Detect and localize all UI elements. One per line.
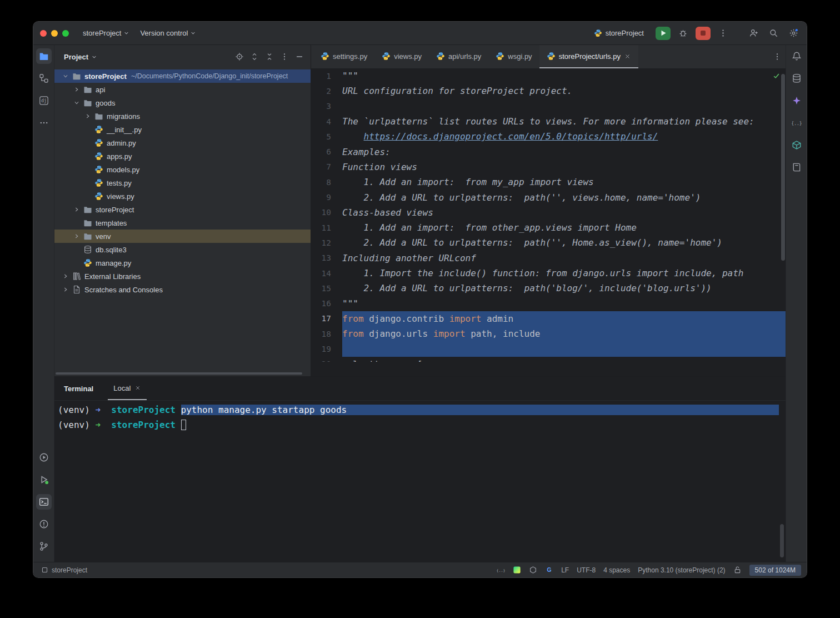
chevron-right-icon[interactable] xyxy=(71,85,82,94)
debug-button[interactable] xyxy=(676,27,691,40)
code-line-1[interactable]: 1""" xyxy=(311,68,787,83)
tree-item-tests-py[interactable]: tests.py xyxy=(54,176,311,190)
chevron-down-icon[interactable] xyxy=(91,53,98,61)
chevron-right-icon[interactable] xyxy=(60,285,71,294)
code-line-19[interactable]: 19 xyxy=(311,341,787,356)
code-line-8[interactable]: 8 1. Add an import: from my_app import v… xyxy=(311,175,787,190)
minimize-window-button[interactable] xyxy=(51,30,58,37)
code-line-14[interactable]: 14 1. Import the include() function: fro… xyxy=(311,266,787,281)
code-line-6[interactable]: 6Examples: xyxy=(311,144,787,159)
code-line-7[interactable]: 7Function views xyxy=(311,160,787,175)
tab-options-button[interactable] xyxy=(773,52,782,61)
chevron-down-icon[interactable] xyxy=(60,72,71,81)
tool-window-button-ai-assistant[interactable] xyxy=(789,93,804,108)
memory-indicator[interactable]: 502 of 1024M xyxy=(749,565,801,576)
tool-window-button-structure[interactable] xyxy=(36,71,52,86)
status-project-widget[interactable]: storeProject xyxy=(41,566,87,574)
code-line-13[interactable]: 13Including another URLconf xyxy=(311,251,787,266)
write-access-icon[interactable] xyxy=(733,566,742,574)
terminal-scrollbar[interactable] xyxy=(780,524,784,557)
project-panel-title[interactable]: Project xyxy=(64,53,88,61)
tree-item-storeproject[interactable]: storeProject~/Documents/PythonCode/Djang… xyxy=(54,69,311,83)
tree-item-init-py[interactable]: __init__.py xyxy=(54,123,311,136)
tree-item-views-py[interactable]: views.py xyxy=(54,190,311,203)
tool-window-button-django-structure[interactable]: dj xyxy=(36,93,52,108)
code-with-me-button[interactable] xyxy=(746,27,761,40)
tool-window-button-notifications[interactable] xyxy=(789,48,804,64)
tree-item-storeproject[interactable]: storeProject xyxy=(54,203,311,216)
tool-window-button-project[interactable] xyxy=(36,48,52,64)
file-encoding[interactable]: UTF-8 xyxy=(577,566,596,574)
chevron-right-icon[interactable] xyxy=(71,232,82,241)
code-line-2[interactable]: 2URL configuration for storeProject proj… xyxy=(311,83,787,98)
tree-item-venv[interactable]: venv xyxy=(54,230,311,243)
tree-item-scratches-and-consoles[interactable]: Scratches and Consoles xyxy=(54,283,311,296)
tool-window-button-database[interactable] xyxy=(789,71,804,86)
terminal-line[interactable]: (venv) ➜ storeProject python manage.py s… xyxy=(58,402,779,417)
hide-button[interactable] xyxy=(295,52,304,61)
code-editor[interactable]: 1"""2URL configuration for storeProject … xyxy=(311,68,787,362)
chevron-right-icon[interactable] xyxy=(71,205,82,214)
more-actions-button[interactable] xyxy=(716,27,731,40)
code-line-4[interactable]: 4The `urlpatterns` list routes URLs to v… xyxy=(311,114,787,129)
select-opened-file-button[interactable] xyxy=(235,52,244,61)
editor-scrollbar[interactable] xyxy=(781,74,785,261)
close-icon[interactable] xyxy=(624,53,631,60)
tree-item-api[interactable]: api xyxy=(54,83,311,96)
code-line-10[interactable]: 10Class-based views xyxy=(311,205,787,220)
tool-window-button-version-control[interactable] xyxy=(36,539,52,554)
tree-item-admin-py[interactable]: admin.py xyxy=(54,136,311,149)
close-window-button[interactable] xyxy=(40,30,47,37)
code-line-11[interactable]: 11 1. Add an import: from other_app.view… xyxy=(311,220,787,235)
collapse-all-button[interactable] xyxy=(265,52,274,61)
tool-window-button-services[interactable] xyxy=(36,472,52,487)
project-menu[interactable]: storeProject xyxy=(78,27,135,39)
tree-item-db-sqlite3[interactable]: db.sqlite3 xyxy=(54,243,311,256)
terminal-tab-local[interactable]: Local xyxy=(108,377,147,400)
code-line-12[interactable]: 12 2. Add a URL to urlpatterns: path('',… xyxy=(311,235,787,250)
chevron-right-icon[interactable] xyxy=(82,112,93,121)
python-interpreter[interactable]: Python 3.10 (storeProject) (2) xyxy=(638,566,725,574)
editor-tab-views-py[interactable]: views.py xyxy=(374,45,429,68)
editor-tab-storeproject-urls-py[interactable]: storeProject/urls.py xyxy=(539,45,638,68)
tree-item-apps-py[interactable]: apps.py xyxy=(54,149,311,163)
tool-window-button-run[interactable] xyxy=(36,450,52,465)
inspections-passed-icon[interactable] xyxy=(772,72,781,80)
editor-tab-api-urls-py[interactable]: api/urls.py xyxy=(429,45,488,68)
terminal-line[interactable]: (venv) ➜ storeProject xyxy=(58,417,779,432)
indent-style[interactable]: 4 spaces xyxy=(603,566,630,574)
editor-tab-settings-py[interactable]: settings.py xyxy=(313,45,374,68)
stop-button[interactable] xyxy=(696,27,711,40)
terminal-output[interactable]: (venv) ➜ storeProject python manage.py s… xyxy=(54,401,787,562)
code-line-16[interactable]: 16""" xyxy=(311,296,787,311)
tool-window-button-endpoints[interactable]: {..} xyxy=(789,115,804,131)
expand-all-button[interactable] xyxy=(250,52,259,61)
docstring-link[interactable]: https://docs.djangoproject.com/en/5.0/to… xyxy=(364,131,658,142)
tree-item-migrations[interactable]: migrations xyxy=(54,109,311,123)
code-line-20[interactable]: 20urlpatterns = [ xyxy=(311,357,787,362)
run-configuration-selector[interactable]: storeProject xyxy=(591,27,651,39)
editor-tab-wsgi-py[interactable]: wsgi.py xyxy=(488,45,539,68)
code-line-18[interactable]: 18from django.urls import path, include xyxy=(311,326,787,341)
tree-item-templates[interactable]: templates xyxy=(54,216,311,230)
pycharm-logo-icon[interactable] xyxy=(513,566,521,574)
chevron-right-icon[interactable] xyxy=(60,272,71,281)
tree-item-goods[interactable]: goods xyxy=(54,96,311,109)
tool-window-button-python-packages[interactable] xyxy=(789,137,804,153)
run-button[interactable] xyxy=(656,27,671,40)
line-separator[interactable]: LF xyxy=(561,566,569,574)
tree-item-manage-py[interactable]: manage.py xyxy=(54,256,311,270)
terminal-panel-title[interactable]: Terminal xyxy=(64,377,93,400)
code-line-15[interactable]: 15 2. Add a URL to urlpatterns: path('bl… xyxy=(311,281,787,296)
zoom-window-button[interactable] xyxy=(62,30,69,37)
code-line-5[interactable]: 5 https://docs.djangoproject.com/en/5.0/… xyxy=(311,129,787,144)
tool-window-button-terminal[interactable] xyxy=(36,494,52,510)
options-button[interactable] xyxy=(280,52,289,61)
chevron-down-icon[interactable] xyxy=(71,98,82,107)
close-icon[interactable] xyxy=(134,385,141,391)
code-line-17[interactable]: 17from django.contrib import admin xyxy=(311,311,787,326)
horizontal-scrollbar[interactable] xyxy=(56,372,302,375)
tree-item-external-libraries[interactable]: External Libraries xyxy=(54,270,311,283)
version-control-menu[interactable]: Version control xyxy=(135,27,202,39)
tool-window-button-problems[interactable] xyxy=(36,516,52,532)
